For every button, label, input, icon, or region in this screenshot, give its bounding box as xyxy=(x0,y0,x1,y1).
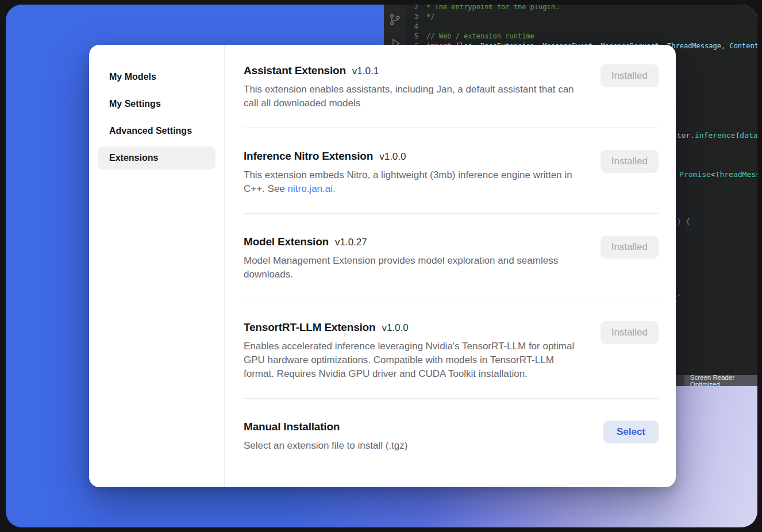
select-file-button[interactable]: Select xyxy=(603,421,659,444)
extension-version: v1.0.1 xyxy=(352,65,379,77)
settings-card: My Models My Settings Advanced Settings … xyxy=(89,45,676,487)
divider xyxy=(244,299,659,299)
manual-installation-description: Select an extension file to install (.tg… xyxy=(244,439,586,453)
extension-description: Model Management Extension provides mode… xyxy=(244,254,586,282)
sidebar-item-my-models[interactable]: My Models xyxy=(98,65,215,88)
manual-installation-row: Manual Installation Select an extension … xyxy=(244,421,659,453)
extension-row-model: Model Extension v1.0.27 Model Management… xyxy=(244,236,659,282)
divider xyxy=(244,398,659,399)
code-text: */ xyxy=(426,12,434,22)
extension-row-assistant: Assistant Extension v1.0.1 This extensio… xyxy=(244,64,659,110)
code-line: 4 xyxy=(406,22,757,32)
extension-name: Assistant Extension xyxy=(244,64,346,77)
extension-name: Inference Nitro Extension xyxy=(244,150,373,163)
code-fragment-promise: Promise<ThreadMessage> xyxy=(679,170,757,179)
extension-description: This extension enables assistants, inclu… xyxy=(244,83,586,110)
extension-row-tensorrt-llm: TensortRT-LLM Extension v1.0.0 Enables a… xyxy=(244,321,659,381)
line-number: 5 xyxy=(406,32,426,41)
code-fragment-inference: rator.inference(data)); xyxy=(668,131,757,140)
extension-row-inference-nitro: Inference Nitro Extension v1.0.0 This ex… xyxy=(244,150,659,196)
sidebar-item-extensions[interactable]: Extensions xyxy=(98,147,215,169)
app-background: 2 * The entrypoint for the plugin. 3 */ … xyxy=(6,5,757,527)
installed-button[interactable]: Installed xyxy=(601,64,659,87)
line-number: 4 xyxy=(406,22,426,32)
extension-name: Model Extension xyxy=(244,236,329,248)
nitro-jan-ai-link[interactable]: nitro.jan.ai. xyxy=(288,183,336,194)
line-number: 2 xyxy=(406,5,426,12)
divider xyxy=(244,128,659,128)
installed-button[interactable]: Installed xyxy=(601,321,659,344)
code-area: 2 * The entrypoint for the plugin. 3 */ … xyxy=(406,5,757,51)
code-line: 2 * The entrypoint for the plugin. xyxy=(406,5,757,12)
settings-sidebar: My Models My Settings Advanced Settings … xyxy=(89,45,225,487)
sidebar-item-my-settings[interactable]: My Settings xyxy=(98,92,215,115)
manual-installation-title: Manual Installation xyxy=(244,421,340,433)
divider xyxy=(244,213,659,214)
extension-name: TensortRT-LLM Extension xyxy=(244,321,375,334)
code-text: * The entrypoint for the plugin. xyxy=(426,5,559,12)
extensions-list: Assistant Extension v1.0.1 This extensio… xyxy=(225,45,676,487)
code-line: 5 // Web / extension runtime xyxy=(406,32,757,41)
code-line: 3 */ xyxy=(406,12,757,22)
code-text: // Web / extension runtime xyxy=(426,32,534,41)
sidebar-item-advanced-settings[interactable]: Advanced Settings xyxy=(98,119,215,142)
source-control-icon[interactable] xyxy=(388,13,402,26)
line-number: 3 xyxy=(406,12,426,22)
screen-reader-status[interactable]: Screen Reader Optimized xyxy=(684,375,757,386)
installed-button[interactable]: Installed xyxy=(601,150,659,173)
extension-version: v1.0.0 xyxy=(382,322,408,334)
extension-version: v1.0.27 xyxy=(335,237,367,248)
extension-version: v1.0.0 xyxy=(379,151,406,163)
extension-description: This extension embeds Nitro, a lightweig… xyxy=(244,168,586,196)
installed-button[interactable]: Installed xyxy=(601,236,659,259)
extension-description: Enables accelerated inference leveraging… xyxy=(244,340,586,381)
